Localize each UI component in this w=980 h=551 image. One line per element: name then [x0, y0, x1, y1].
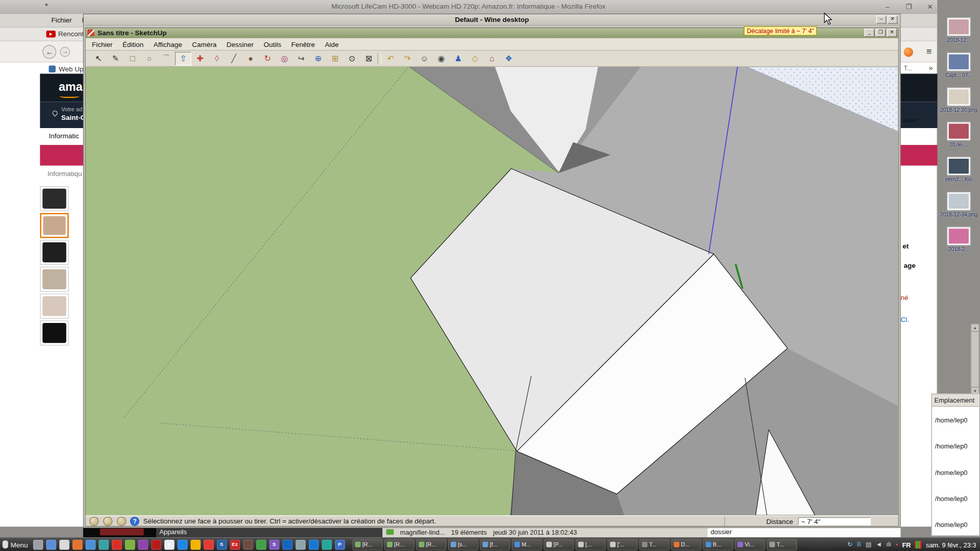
launcher-app-2[interactable]: [46, 539, 56, 549]
file-path-row[interactable]: /home/lep0: [932, 459, 979, 485]
link-fragment[interactable]: Cl.: [900, 315, 909, 323]
tray-network-signal-icon[interactable]: ılı: [886, 541, 891, 548]
taskbar-window-button[interactable]: B...: [703, 539, 733, 550]
product-thumbnail[interactable]: [40, 213, 68, 238]
launcher-app-8[interactable]: [125, 539, 135, 549]
minimize-button[interactable]: _: [864, 29, 874, 37]
menu-button[interactable]: Menu: [3, 540, 28, 548]
desktop-icon[interactable]: 2018-12-34.png: [939, 192, 978, 218]
keyboard-layout-indicator[interactable]: FR: [902, 541, 911, 548]
tool-previous-view[interactable]: ↶: [382, 52, 399, 65]
minimize-button[interactable]: –: [876, 16, 887, 24]
tool-paint-bucket[interactable]: ●: [242, 52, 259, 65]
tool-separator[interactable]: [378, 53, 382, 64]
tool-get-models[interactable]: ⌂: [484, 52, 500, 65]
desktop-icon[interactable]: 2018-12 20.png: [939, 87, 978, 113]
launcher-app-18[interactable]: [256, 539, 266, 549]
tool-share-model[interactable]: ❖: [501, 52, 517, 65]
status-geolocation-icon[interactable]: [89, 516, 99, 525]
close-button[interactable]: ✕: [888, 16, 898, 24]
taskbar-window-button[interactable]: [R...: [384, 539, 414, 550]
tool-offset[interactable]: ◎: [276, 52, 292, 65]
launcher-app-5[interactable]: [85, 539, 95, 549]
taskbar-window-button[interactable]: Vi...: [734, 539, 765, 550]
tool-select[interactable]: ↖: [91, 52, 107, 65]
tool-tape-measure[interactable]: ╱: [226, 52, 242, 65]
launcher-app-9[interactable]: [138, 539, 148, 549]
webup-link[interactable]: Web Up: [59, 65, 83, 72]
tool-eraser[interactable]: ◊: [209, 52, 225, 65]
file-path-row[interactable]: /home/lep0: [932, 512, 979, 538]
tab-label-fragment[interactable]: T...: [904, 65, 912, 71]
tool-rotate[interactable]: ↻: [259, 52, 276, 65]
launcher-app-16[interactable]: Ez: [230, 539, 240, 549]
launcher-app-10[interactable]: [151, 539, 161, 549]
tray-volume-icon[interactable]: ◄: [876, 541, 882, 548]
launcher-app-14[interactable]: [204, 539, 214, 549]
sketchup-viewport[interactable]: [86, 67, 898, 515]
tray-bluetooth-icon[interactable]: B: [857, 541, 861, 548]
amazon-nav-item[interactable]: Informatic: [49, 132, 79, 139]
product-thumbnail[interactable]: [40, 294, 68, 319]
tool-rectangle[interactable]: □: [125, 52, 141, 65]
launcher-app-13[interactable]: [190, 539, 201, 549]
taskbar-window-button[interactable]: [R...: [352, 539, 382, 550]
launcher-app-4[interactable]: [72, 539, 82, 549]
launcher-app-15[interactable]: S: [216, 539, 227, 549]
close-button[interactable]: ✕: [887, 29, 897, 37]
tray-notification-icon[interactable]: ▪: [896, 541, 898, 548]
scroll-up-button[interactable]: ▲: [971, 324, 979, 332]
tool-move[interactable]: ✚: [192, 52, 208, 65]
wine-titlebar[interactable]: Default - Wine desktop – ✕: [84, 14, 900, 26]
taskbar-window-button[interactable]: T...: [767, 539, 797, 550]
launcher-app-22[interactable]: [308, 539, 318, 549]
sketchup-menu-item[interactable]: Outils: [259, 38, 286, 50]
tool-follow-me[interactable]: ↪: [293, 52, 309, 65]
status-claim-credit-icon[interactable]: [103, 516, 112, 525]
maximize-button[interactable]: ❐: [904, 3, 913, 11]
tray-sync-icon[interactable]: ↻: [847, 541, 852, 548]
sketchup-menu-item[interactable]: Aide: [320, 38, 344, 50]
sketchup-menu-item[interactable]: Édition: [117, 38, 149, 50]
amazon-breadcrumb[interactable]: Informatiqu: [47, 170, 82, 178]
launcher-app-11[interactable]: e: [164, 539, 174, 549]
sketchup-menu-item[interactable]: Dessiner: [222, 38, 259, 50]
help-icon[interactable]: ?: [130, 516, 139, 525]
launcher-app-6[interactable]: [99, 539, 109, 549]
taskbar-window-button[interactable]: [s...: [448, 539, 478, 550]
desktop-icon[interactable]: 2018-2...: [939, 227, 978, 253]
launcher-app-7[interactable]: [112, 539, 122, 549]
launcher-app-23[interactable]: [322, 539, 332, 549]
launcher-app-3[interactable]: [59, 539, 69, 549]
system-monitor-icon[interactable]: [915, 541, 921, 548]
file-path-row[interactable]: /home/lep0: [932, 485, 979, 511]
tab-overflow-icon[interactable]: »: [929, 64, 933, 72]
amazon-logo[interactable]: ama: [59, 80, 83, 94]
sketchup-menu-item[interactable]: Affichage: [149, 38, 187, 50]
background-scrollbar[interactable]: ▲ ▼: [971, 323, 979, 395]
tool-walk[interactable]: ♟: [450, 52, 467, 65]
tool-zoom-extents[interactable]: ⊠: [361, 52, 377, 65]
taskbar-window-button[interactable]: [P...: [544, 539, 574, 550]
close-button[interactable]: ✕: [925, 3, 934, 11]
launcher-app-17[interactable]: [243, 539, 253, 549]
taskbar-window-button[interactable]: T...: [639, 539, 669, 550]
sketchup-menu-item[interactable]: Caméra: [187, 38, 222, 50]
tool-position-camera[interactable]: ☺: [416, 52, 433, 65]
titlebar-caret-icon[interactable]: ▾: [45, 2, 48, 8]
minimize-button[interactable]: –: [883, 3, 892, 11]
tool-orbit[interactable]: ⊕: [310, 52, 326, 65]
file-path-row[interactable]: /home/lep0: [932, 407, 979, 433]
taskbar-window-button[interactable]: [f...: [480, 539, 510, 550]
tool-section-plane[interactable]: ◇: [467, 52, 483, 65]
file-path-row[interactable]: /home/lep0: [932, 433, 979, 459]
hamburger-menu-icon[interactable]: ≡: [926, 45, 932, 56]
launcher-app-20[interactable]: [282, 539, 292, 549]
launcher-app-1[interactable]: [33, 539, 43, 549]
tool-zoom[interactable]: ⊙: [344, 52, 360, 65]
taskbar-window-button[interactable]: [R...: [416, 539, 446, 550]
desktop-icon[interactable]: 01-le-...: [939, 122, 978, 148]
taskbar-window-button[interactable]: ['...: [607, 539, 638, 550]
product-thumbnail[interactable]: [40, 186, 68, 211]
vcb-value-box[interactable]: ~ 7' 4": [798, 517, 870, 525]
